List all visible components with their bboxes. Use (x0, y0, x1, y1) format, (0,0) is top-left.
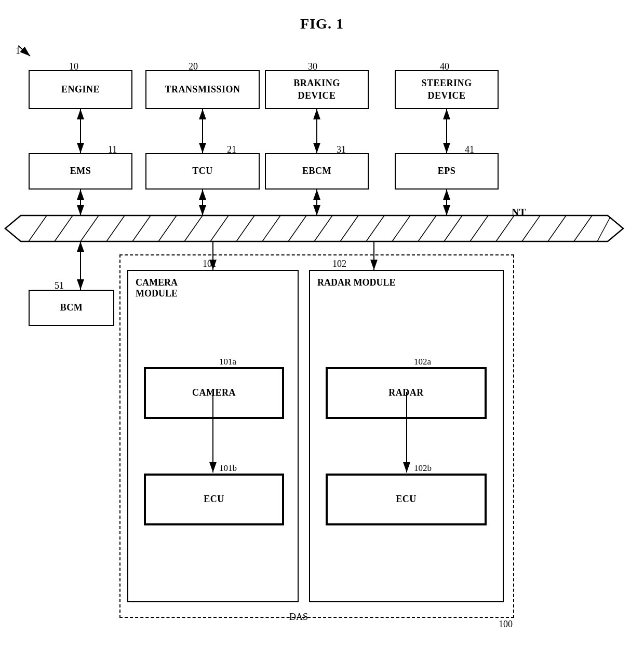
transmission-box: TRANSMISSION (145, 70, 260, 109)
svg-line-16 (184, 215, 203, 241)
nt-label: NT (512, 207, 526, 219)
eps-box: EPS (395, 153, 499, 190)
svg-line-26 (444, 215, 462, 241)
ebcm-box: EBCM (265, 153, 369, 190)
svg-line-15 (158, 215, 177, 241)
svg-line-17 (210, 215, 229, 241)
svg-line-28 (496, 215, 514, 241)
radar-module-title: RADAR MODULE (317, 277, 396, 288)
ref-100: 100 (499, 619, 513, 630)
svg-line-27 (470, 215, 488, 241)
svg-line-22 (340, 215, 358, 241)
ref-101: 101 (203, 259, 217, 269)
svg-line-18 (236, 215, 254, 241)
camera-module-title: CAMERAMODULE (136, 277, 178, 299)
svg-line-12 (81, 215, 99, 241)
svg-line-14 (132, 215, 151, 241)
svg-line-29 (522, 215, 540, 241)
bcm-box: BCM (29, 290, 114, 326)
svg-marker-9 (5, 215, 623, 241)
svg-line-25 (418, 215, 436, 241)
ref-101a: 101a (219, 357, 236, 367)
svg-line-23 (366, 215, 384, 241)
svg-line-11 (55, 215, 73, 241)
svg-line-30 (548, 215, 566, 241)
ref-101b: 101b (219, 463, 237, 474)
camera-module-box: CAMERAMODULE 101a CAMERA 101b ECU (127, 270, 299, 602)
ecu-radar-box: ECU (326, 474, 487, 525)
figure-title: FIG. 1 (0, 0, 644, 32)
svg-line-19 (262, 215, 280, 241)
radar-module-box: RADAR MODULE 102a RADAR 102b ECU (309, 270, 504, 602)
das-label: DAS (289, 612, 308, 623)
engine-box: ENGINE (29, 70, 132, 109)
tcu-box: TCU (145, 153, 260, 190)
svg-line-20 (288, 215, 306, 241)
diagram-page: FIG. 1 1 10 ENGINE 20 TRANSMISSION 30 BR… (0, 0, 644, 662)
svg-line-21 (314, 215, 332, 241)
svg-line-31 (574, 215, 592, 241)
ecu-camera-box: ECU (144, 474, 284, 525)
ref-102b: 102b (414, 463, 432, 474)
steering-box: STEERINGDEVICE (395, 70, 499, 109)
ref-102: 102 (332, 259, 346, 269)
ref-1: 1 (16, 46, 20, 57)
camera-box: CAMERA (144, 367, 284, 419)
ref-102a: 102a (414, 357, 431, 367)
svg-line-13 (106, 215, 125, 241)
svg-line-32 (597, 217, 610, 241)
ems-box: EMS (29, 153, 132, 190)
svg-line-24 (392, 215, 410, 241)
radar-box: RADAR (326, 367, 487, 419)
svg-line-10 (29, 215, 47, 241)
braking-box: BRAKINGDEVICE (265, 70, 369, 109)
